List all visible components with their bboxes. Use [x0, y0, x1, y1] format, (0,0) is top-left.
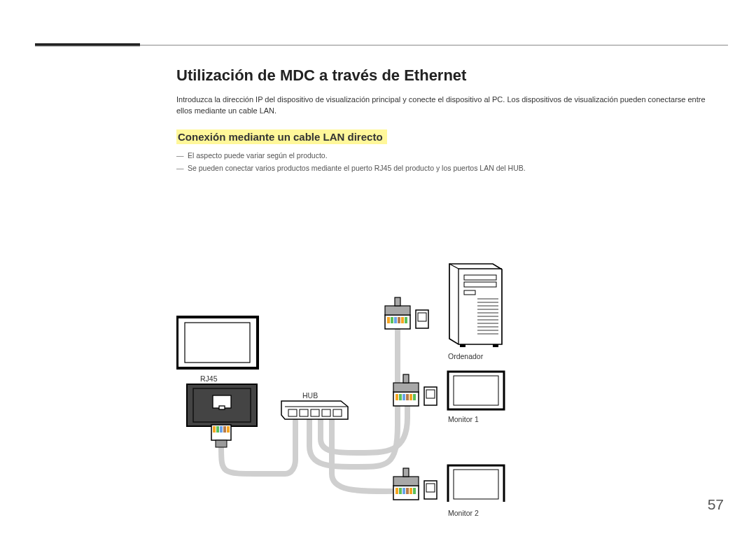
- connection-diagram: RJ45 HUB Ordenador Monitor 1 Monitor 2: [176, 194, 722, 502]
- label-monitor1: Monitor 1: [448, 415, 479, 423]
- svg-rect-33: [402, 394, 405, 400]
- page-number: 57: [708, 496, 724, 513]
- svg-rect-35: [410, 394, 412, 400]
- svg-rect-69: [460, 344, 465, 347]
- svg-rect-73: [448, 465, 504, 502]
- page: Utilización de MDC a través de Ethernet …: [0, 0, 756, 534]
- svg-rect-47: [413, 488, 416, 494]
- svg-rect-7: [213, 426, 216, 433]
- svg-rect-18: [333, 409, 342, 416]
- svg-rect-46: [410, 488, 412, 494]
- rj45-connector-top-icon: [385, 297, 428, 329]
- svg-rect-36: [413, 394, 416, 400]
- svg-rect-0: [177, 317, 258, 368]
- svg-rect-25: [405, 317, 407, 323]
- svg-rect-43: [399, 488, 402, 494]
- monitor2-icon: [448, 465, 504, 502]
- svg-rect-70: [493, 344, 498, 347]
- rj45-connector-bottom-icon: [393, 468, 437, 500]
- svg-rect-11: [227, 426, 230, 433]
- svg-rect-31: [396, 394, 398, 400]
- svg-rect-48: [393, 477, 419, 486]
- computer-tower-icon: [449, 264, 502, 347]
- monitor1-icon: [448, 372, 504, 409]
- svg-rect-34: [406, 394, 409, 400]
- label-hub: HUB: [302, 391, 318, 400]
- svg-rect-14: [288, 409, 297, 416]
- svg-rect-20: [387, 317, 390, 323]
- note-1: El aspecto puede variar según el product…: [176, 151, 721, 160]
- svg-rect-44: [402, 488, 405, 494]
- svg-rect-16: [311, 409, 319, 416]
- note-2: Se pueden conectar varios productos medi…: [176, 164, 721, 172]
- svg-rect-23: [398, 317, 400, 323]
- rj45-panel-icon: [187, 384, 257, 426]
- svg-rect-12: [216, 440, 227, 447]
- svg-rect-26: [385, 306, 410, 315]
- section-subheading: Conexión mediante un cable LAN directo: [176, 129, 387, 144]
- svg-rect-10: [223, 426, 226, 433]
- svg-rect-22: [394, 317, 397, 323]
- monitor-large-icon: [177, 317, 258, 368]
- svg-rect-5: [219, 406, 225, 409]
- content-area: Utilización de MDC a través de Ethernet …: [176, 66, 721, 176]
- diagram-svg: [176, 194, 722, 502]
- svg-rect-17: [322, 409, 330, 416]
- svg-rect-45: [406, 488, 409, 494]
- svg-rect-49: [403, 468, 409, 477]
- hub-icon: [281, 401, 348, 419]
- svg-rect-38: [403, 374, 409, 383]
- page-title: Utilización de MDC a través de Ethernet: [176, 66, 721, 85]
- svg-rect-37: [393, 383, 419, 392]
- svg-rect-71: [448, 372, 504, 409]
- svg-rect-21: [391, 317, 393, 323]
- svg-rect-24: [401, 317, 404, 323]
- svg-rect-8: [216, 426, 219, 433]
- label-monitor2: Monitor 2: [448, 509, 479, 517]
- label-rj45: RJ45: [200, 374, 218, 383]
- svg-rect-9: [220, 426, 223, 433]
- header-rule: [35, 45, 728, 45]
- label-computer: Ordenador: [448, 352, 483, 360]
- svg-rect-42: [396, 488, 398, 494]
- svg-rect-32: [399, 394, 402, 400]
- svg-rect-27: [395, 297, 400, 306]
- svg-rect-15: [300, 409, 308, 416]
- rj45-connector-left-icon: [211, 425, 231, 447]
- intro-paragraph: Introduzca la dirección IP del dispositi…: [176, 94, 721, 117]
